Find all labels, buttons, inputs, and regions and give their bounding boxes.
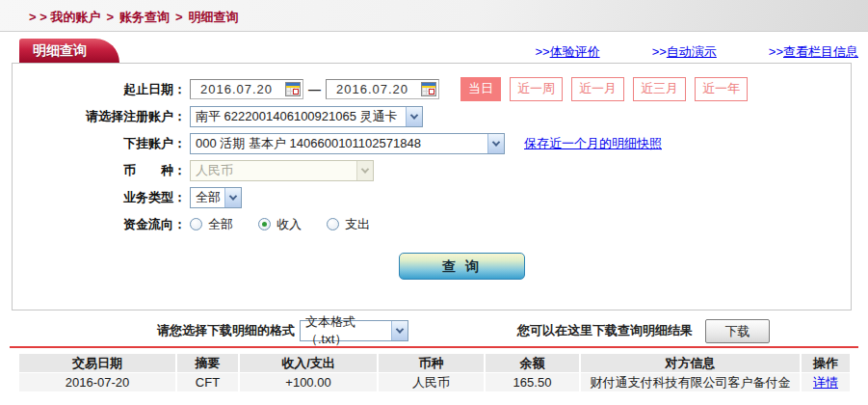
link-view-column-info[interactable]: >>查看栏目信息 — [769, 43, 858, 61]
cell-counterparty: 财付通支付科技有限公司客户备付金 — [581, 373, 800, 392]
breadcrumb-separator: > — [175, 10, 183, 24]
double-arrow-icon: >> — [769, 44, 783, 59]
chevron-down-icon — [391, 321, 408, 340]
business-type-select[interactable]: 全部 — [190, 187, 242, 208]
header-summary: 摘要 — [177, 354, 238, 372]
link-experience-rating[interactable]: >>体验评价 — [535, 43, 599, 61]
cell-balance: 165.50 — [486, 373, 579, 392]
breadcrumb: > > 我的账户>账务查询>明细查询 — [29, 9, 239, 26]
download-format-value: 文本格式（.txt） — [305, 313, 391, 348]
radio-expense-label: 支出 — [345, 216, 370, 233]
fund-flow-option-expense: 支出 — [327, 216, 370, 233]
quick-range-quarter-button[interactable]: 近三月 — [633, 77, 686, 101]
tab-detail-query: 明细查询 — [19, 39, 119, 63]
header-currency: 币种 — [379, 354, 484, 372]
sub-account-select[interactable]: 000 活期 基本户 1406600101102571848 — [190, 133, 505, 154]
chevron-down-icon — [406, 107, 422, 126]
fund-flow-option-all: 全部 — [190, 216, 233, 233]
header-trade-date: 交易日期 — [19, 354, 175, 372]
sub-account-value: 000 活期 基本户 1406600101102571848 — [196, 135, 421, 152]
breadcrumb-prefix: > > — [29, 10, 47, 24]
end-date-input[interactable]: 2016.07.20 — [326, 79, 439, 99]
chevron-down-icon — [487, 134, 504, 153]
table-header-row: 交易日期 摘要 收入/支出 币种 余额 对方信息 操作 — [19, 354, 850, 372]
download-format-select[interactable]: 文本格式（.txt） — [300, 320, 408, 341]
start-date-value: 2016.07.20 — [200, 82, 273, 96]
breadcrumb-item-my-account[interactable]: 我的账户 — [50, 10, 100, 24]
end-date-value: 2016.07.20 — [336, 82, 408, 96]
save-snapshot-link[interactable]: 保存近一个月的明细快照 — [524, 135, 662, 152]
radio-all[interactable] — [190, 218, 202, 230]
detail-link[interactable]: 详情 — [813, 375, 838, 390]
fund-flow-label: 资金流向： — [13, 216, 190, 233]
result-table: 交易日期 摘要 收入/支出 币种 余额 对方信息 操作 2016-07-20 C… — [17, 353, 852, 392]
query-button[interactable]: 查 询 — [399, 253, 525, 280]
link-auto-demo[interactable]: >>自动演示 — [652, 43, 717, 61]
radio-all-label: 全部 — [208, 216, 233, 233]
double-arrow-icon: >> — [652, 44, 667, 59]
page-header: > > 我的账户>账务查询>明细查询 — [0, 0, 868, 32]
business-type-label: 业务类型： — [13, 189, 190, 206]
double-arrow-icon: >> — [535, 44, 549, 59]
red-divider — [10, 346, 858, 348]
radio-income[interactable] — [258, 218, 271, 230]
cell-trade-date: 2016-07-20 — [19, 373, 175, 392]
chevron-down-icon — [356, 161, 373, 180]
business-type-row: 业务类型： 全部 — [13, 185, 851, 209]
quick-range-year-button[interactable]: 近一年 — [695, 77, 748, 101]
calendar-icon[interactable] — [421, 82, 436, 96]
sub-account-row: 下挂账户： 000 活期 基本户 1406600101102571848 保存近… — [13, 131, 851, 155]
quick-range-today-button[interactable]: 当日 — [460, 77, 501, 101]
fund-flow-option-income: 收入 — [258, 216, 302, 233]
registered-account-row: 请选择注册账户： 南平 6222001406100921065 灵通卡 — [13, 104, 851, 128]
header-balance: 余额 — [486, 354, 579, 372]
business-type-value: 全部 — [196, 189, 221, 206]
download-format-label: 请您选择下载明细的格式 — [157, 322, 295, 339]
currency-select: 人民币 — [190, 160, 374, 181]
currency-label: 币 种： — [13, 162, 190, 179]
breadcrumb-item-detail-query[interactable]: 明细查询 — [189, 10, 239, 24]
radio-income-label: 收入 — [276, 216, 302, 233]
registered-account-value: 南平 6222001406100921065 灵通卡 — [196, 108, 398, 125]
calendar-icon[interactable] — [285, 82, 301, 96]
detail-query-page: > > 我的账户>账务查询>明细查询 明细查询 >>体验评价 >>自动演示 >>… — [0, 0, 868, 405]
sub-account-label: 下挂账户： — [13, 135, 190, 152]
breadcrumb-item-account-query[interactable]: 账务查询 — [119, 10, 170, 24]
breadcrumb-separator: > — [106, 10, 114, 24]
download-button[interactable]: 下载 — [705, 319, 770, 343]
fund-flow-row: 资金流向： 全部 收入 支出 — [13, 212, 851, 236]
query-form: 起止日期： 2016.07.20 — 2016.07.20 当日 近一周 近一月… — [12, 63, 852, 310]
chevron-down-icon — [224, 188, 241, 207]
quick-range-week-button[interactable]: 近一周 — [510, 77, 563, 101]
header-counterparty: 对方信息 — [581, 354, 800, 372]
cell-summary: CFT — [177, 373, 238, 392]
top-links: >>体验评价 >>自动演示 >>查看栏目信息 — [535, 43, 858, 61]
quick-range-month-button[interactable]: 近一月 — [571, 77, 624, 101]
date-range-label: 起止日期： — [13, 81, 190, 98]
cell-amount: +100.00 — [240, 373, 377, 392]
date-range-row: 起止日期： 2016.07.20 — 2016.07.20 当日 近一周 近一月… — [13, 77, 851, 101]
registered-account-select[interactable]: 南平 6222001406100921065 灵通卡 — [190, 106, 423, 127]
header-income-expense: 收入/支出 — [240, 354, 377, 372]
cell-currency: 人民币 — [379, 373, 484, 392]
header-action: 操作 — [802, 354, 850, 372]
download-row: 请您选择下载明细的格式 文本格式（.txt） 您可以在这里下载查询明细结果 下载 — [0, 317, 868, 344]
radio-expense[interactable] — [327, 218, 339, 230]
date-range-dash: — — [308, 82, 321, 96]
currency-value: 人民币 — [196, 162, 233, 179]
start-date-input[interactable]: 2016.07.20 — [190, 79, 303, 99]
registered-account-label: 请选择注册账户： — [13, 108, 190, 125]
download-result-hint: 您可以在这里下载查询明细结果 — [517, 322, 693, 339]
table-row: 2016-07-20 CFT +100.00 人民币 165.50 财付通支付科… — [19, 373, 850, 392]
currency-row: 币 种： 人民币 — [13, 158, 851, 182]
